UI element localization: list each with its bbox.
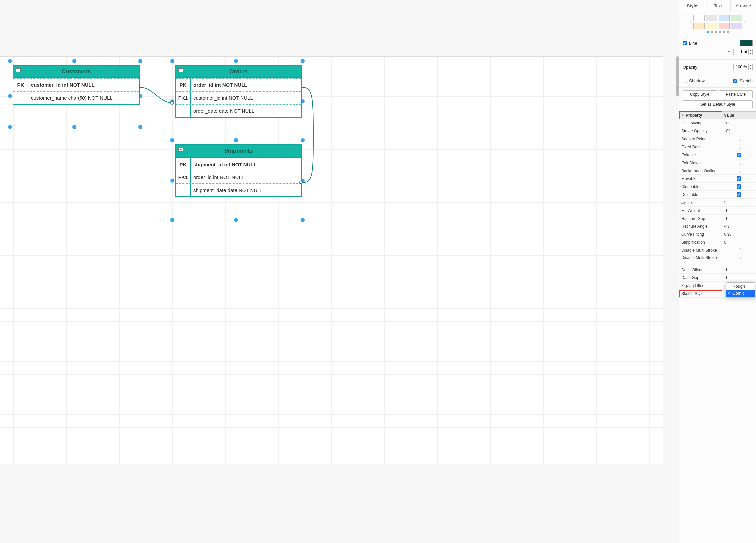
table-row[interactable]: PKorder_id int NOT NULL — [176, 78, 301, 91]
sketch-style-dropdown[interactable]: RoughComic — [726, 282, 755, 297]
collapse-icon[interactable]: – — [178, 148, 183, 152]
property-row[interactable]: Editable — [679, 151, 756, 159]
canvas-area[interactable]: –CustomersPKcustomer_id int NOT NULLcust… — [0, 0, 679, 543]
scrollbar-thumb[interactable] — [676, 56, 679, 96]
property-row[interactable]: Disable Multi Stroke Fill — [679, 254, 756, 266]
table-row[interactable]: PKcustomer_id int NOT NULL — [13, 78, 139, 91]
property-value[interactable] — [722, 176, 756, 182]
opacity-input[interactable] — [734, 64, 748, 70]
property-row[interactable]: Snap to Point — [679, 135, 756, 143]
property-value[interactable] — [722, 136, 756, 142]
step-up-icon[interactable]: ▲ — [749, 49, 752, 52]
copy-style-button[interactable]: Copy Style — [683, 90, 717, 98]
selection-handle[interactable] — [8, 59, 12, 63]
er-table-shipments[interactable]: –ShipmentsPKshipment_id int NOT NULLFK1o… — [175, 144, 302, 197]
er-table-orders[interactable]: –OrdersPKorder_id int NOT NULLFK1custome… — [175, 65, 302, 118]
property-value[interactable]: 0.95 — [722, 231, 756, 238]
table-row[interactable]: order_date date NOT NULL — [176, 104, 301, 117]
paste-style-button[interactable]: Paste Style — [719, 90, 753, 98]
tab-style[interactable]: Style — [679, 0, 705, 12]
property-row[interactable]: Fill Weight-1 — [679, 207, 756, 215]
property-row[interactable]: Movable — [679, 175, 756, 183]
property-value[interactable] — [722, 184, 756, 190]
property-row[interactable]: Hachure Gap-1 — [679, 215, 756, 223]
selection-handle[interactable] — [138, 59, 142, 63]
pager-dot[interactable] — [711, 31, 713, 33]
property-value[interactable]: 1 — [722, 199, 756, 206]
line-width-stepper[interactable]: ▲▼ — [733, 49, 753, 55]
property-checkbox[interactable] — [737, 145, 741, 149]
property-value[interactable]: 100 — [722, 120, 756, 127]
property-checkbox[interactable] — [737, 161, 741, 165]
selection-handle[interactable] — [234, 59, 238, 63]
property-row[interactable]: Stroke Opacity100 — [679, 127, 756, 135]
line-checkbox-label[interactable]: Line — [683, 41, 697, 46]
pager-dot[interactable] — [719, 31, 721, 33]
property-value[interactable] — [722, 160, 756, 166]
color-swatch[interactable] — [731, 15, 742, 21]
property-row[interactable]: Dash Offset-1 — [679, 266, 756, 274]
selection-handle[interactable] — [170, 179, 174, 183]
selection-handle[interactable] — [301, 59, 305, 63]
table-row[interactable]: PKshipment_id int NOT NULL — [176, 158, 301, 171]
line-checkbox[interactable] — [683, 41, 687, 45]
property-row[interactable]: Disable Multi Stroke — [679, 246, 756, 254]
property-value[interactable] — [722, 168, 756, 174]
color-swatch[interactable] — [706, 15, 717, 21]
property-row[interactable]: Dash Gap-1 — [679, 274, 756, 282]
property-row[interactable]: Hachure Angle-41 — [679, 223, 756, 231]
sketch-checkbox-label[interactable]: Sketch — [733, 79, 753, 83]
color-swatch[interactable] — [719, 15, 730, 21]
table-row[interactable]: FK1customer_id int NOT NULL — [176, 91, 301, 104]
selection-handle[interactable] — [170, 59, 174, 63]
dropdown-item[interactable]: Rough — [726, 283, 755, 290]
property-row[interactable]: Edit Dialog — [679, 159, 756, 167]
table-header[interactable]: –Orders — [176, 66, 301, 78]
tab-text[interactable]: Text — [705, 0, 730, 12]
selection-handle[interactable] — [138, 125, 142, 129]
sketch-checkbox[interactable] — [733, 79, 737, 83]
dropdown-item[interactable]: Comic — [726, 290, 755, 297]
property-checkbox[interactable] — [737, 185, 741, 189]
shadow-checkbox-label[interactable]: Shadow — [683, 79, 705, 83]
selection-handle[interactable] — [170, 138, 174, 142]
property-value[interactable]: 100 — [722, 128, 756, 135]
color-swatch[interactable] — [731, 23, 742, 29]
pager-dot[interactable] — [727, 31, 729, 33]
swatch-prev-icon[interactable]: ‹ — [689, 19, 692, 25]
opacity-stepper[interactable]: ▲▼ — [733, 64, 753, 70]
pager-dot[interactable] — [715, 31, 717, 33]
line-color-chip[interactable] — [740, 40, 753, 46]
table-header[interactable]: –Customers — [13, 66, 139, 78]
property-value[interactable]: 0 — [722, 239, 756, 246]
property-row[interactable]: Fill Opacity100 — [679, 119, 756, 127]
selection-handle[interactable] — [72, 125, 76, 129]
selection-handle[interactable] — [234, 138, 238, 142]
selection-handle[interactable] — [8, 94, 12, 98]
table-header[interactable]: –Shipments — [176, 145, 301, 158]
swatch-next-icon[interactable]: › — [744, 19, 747, 25]
step-down-icon[interactable]: ▼ — [749, 52, 752, 55]
selection-handle[interactable] — [8, 125, 12, 129]
color-swatch[interactable] — [693, 15, 705, 21]
color-swatch[interactable] — [706, 23, 717, 29]
property-value[interactable]: -1 — [722, 215, 756, 222]
property-row[interactable]: Simplification0 — [679, 239, 756, 246]
step-down-icon[interactable]: ▼ — [749, 67, 752, 70]
property-checkbox[interactable] — [737, 248, 741, 252]
property-row[interactable]: Jiggle1 — [679, 199, 756, 207]
property-value[interactable]: -1 — [722, 274, 756, 281]
selection-handle[interactable] — [234, 218, 238, 222]
table-row[interactable]: customer_name char(50) NOT NULL — [13, 91, 139, 104]
collapse-icon[interactable]: – — [16, 68, 21, 72]
property-checkbox[interactable] — [737, 153, 741, 157]
property-row[interactable]: Curve Fitting0.95 — [679, 231, 756, 239]
color-swatch[interactable] — [693, 23, 705, 29]
line-style-select[interactable]: ▼ — [683, 49, 732, 55]
step-up-icon[interactable]: ▲ — [749, 64, 752, 67]
property-checkbox[interactable] — [737, 169, 741, 173]
tab-arrange[interactable]: Arrange — [730, 0, 756, 12]
selection-handle[interactable] — [72, 59, 76, 63]
property-row[interactable]: Deletable — [679, 191, 756, 199]
disclosure-triangle-icon[interactable]: ▼ — [681, 114, 684, 117]
